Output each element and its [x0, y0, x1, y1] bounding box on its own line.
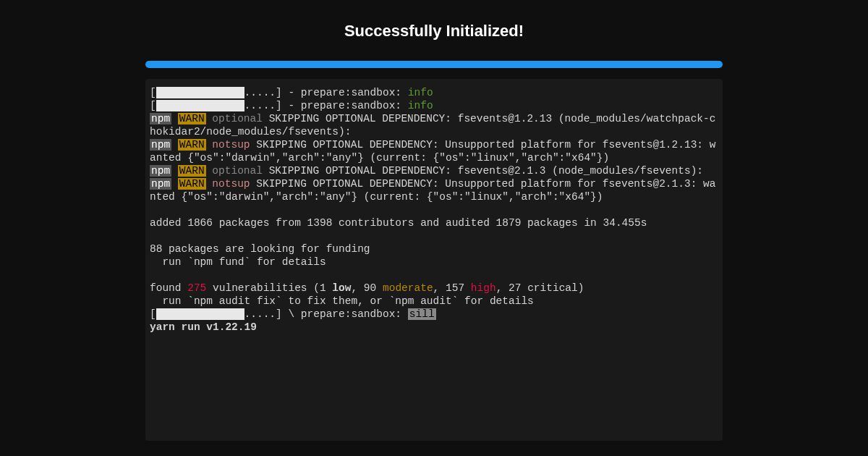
terminal-segment: [171, 139, 178, 151]
terminal-segment: WARN: [178, 178, 206, 190]
terminal-segment: info: [408, 87, 433, 98]
terminal-segment: info: [408, 100, 433, 111]
terminal-segment: [171, 178, 178, 190]
terminal-segment: 275: [187, 282, 206, 294]
terminal-line: [150, 229, 718, 242]
terminal-segment: , 90: [351, 282, 383, 294]
terminal-line: 88 packages are looking for funding: [150, 242, 718, 256]
terminal-line: npm WARN notsup SKIPPING OPTIONAL DEPEND…: [150, 138, 718, 164]
terminal-segment: optional: [212, 113, 263, 124]
terminal-line: [150, 269, 718, 282]
terminal-segment: low: [332, 282, 351, 294]
terminal-segment: high: [471, 282, 496, 294]
terminal-segment: notsup: [212, 178, 250, 190]
terminal-segment: added 1866 packages from 1398 contributo…: [150, 217, 647, 229]
terminal-segment: .....] - prepare:sandbox:: [244, 87, 408, 98]
terminal-segment: found: [150, 282, 187, 294]
terminal-segment: yarn run v1.22.19: [150, 321, 257, 333]
terminal-segment: .....] - prepare:sandbox:: [244, 100, 408, 111]
terminal-segment: run `npm fund` for details: [150, 256, 326, 268]
terminal-segment: SKIPPING OPTIONAL DEPENDENCY: fsevents@2…: [263, 165, 703, 177]
terminal-segment: notsup: [212, 139, 250, 151]
terminal-line: added 1866 packages from 1398 contributo…: [150, 216, 718, 229]
terminal-line: [ .....] \ prepare:sandbox: sill: [150, 308, 718, 321]
terminal-segment: [156, 87, 244, 98]
terminal-segment: npm: [150, 113, 171, 124]
terminal-segment: .....] \ prepare:sandbox:: [244, 308, 408, 320]
terminal-line: run `npm audit fix` to fix them, or `npm…: [150, 295, 718, 308]
terminal-segment: sill: [408, 308, 436, 320]
terminal-segment: 88 packages are looking for funding: [150, 243, 370, 255]
terminal-line: [ .....] - prepare:sandbox: info: [150, 99, 718, 112]
terminal-segment: npm: [150, 139, 171, 151]
terminal-line: npm WARN optional SKIPPING OPTIONAL DEPE…: [150, 164, 718, 177]
terminal-segment: [: [150, 100, 156, 111]
terminal-line: yarn run v1.22.19: [150, 321, 718, 334]
terminal-segment: [156, 308, 244, 320]
terminal-segment: , 157: [433, 282, 471, 294]
terminal-line: run `npm fund` for details: [150, 256, 718, 269]
terminal-segment: [: [150, 308, 156, 320]
terminal-segment: optional: [212, 165, 263, 177]
terminal-line: npm WARN optional SKIPPING OPTIONAL DEPE…: [150, 112, 718, 138]
terminal-segment: WARN: [178, 113, 206, 124]
terminal-segment: [171, 165, 178, 177]
progress-bar: [145, 61, 723, 68]
terminal-segment: moderate: [383, 282, 433, 294]
terminal-line: found 275 vulnerabilities (1 low, 90 mod…: [150, 282, 718, 295]
page-title: Successfully Initialized!: [344, 22, 524, 41]
terminal-segment: run `npm audit fix` to fix them, or `npm…: [150, 295, 534, 307]
terminal-segment: [156, 100, 244, 111]
terminal-line: npm WARN notsup SKIPPING OPTIONAL DEPEND…: [150, 177, 718, 203]
terminal-line: [ .....] - prepare:sandbox: info: [150, 86, 718, 99]
terminal-segment: npm: [150, 178, 171, 190]
terminal-segment: [171, 113, 178, 124]
terminal-segment: WARN: [178, 165, 206, 177]
terminal-segment: , 27 critical): [496, 282, 584, 294]
terminal-line: [150, 203, 718, 216]
terminal-segment: [: [150, 87, 156, 98]
terminal-segment: WARN: [178, 139, 206, 151]
terminal-segment: vulnerabilities (1: [206, 282, 332, 294]
terminal-segment: npm: [150, 165, 171, 177]
terminal-output: [ .....] - prepare:sandbox: info[ .....]…: [145, 79, 723, 441]
